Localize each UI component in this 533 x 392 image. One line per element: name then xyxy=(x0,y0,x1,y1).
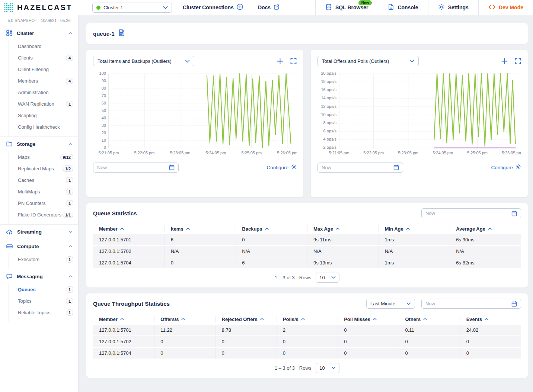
column-header-member[interactable]: Member xyxy=(93,316,154,322)
svg-text:16 ops/s: 16 ops/s xyxy=(321,87,336,92)
table-time-input[interactable]: Now xyxy=(421,208,521,218)
chart-time-input[interactable]: Now xyxy=(93,163,179,173)
sidebar-item-config-healthcheck[interactable]: Config Healthcheck xyxy=(9,121,78,133)
pagination: 1 – 3 of 3 Rows 10 xyxy=(93,269,521,286)
dev-mode-button[interactable]: Dev Mode xyxy=(478,0,533,15)
rows-per-page-select[interactable]: 10 xyxy=(316,273,339,283)
main-content: queue-1 Total Items and Backups (Outlier… xyxy=(79,15,533,392)
svg-text:100: 100 xyxy=(99,71,106,75)
hazelcast-logo-icon xyxy=(4,3,14,13)
gear-icon xyxy=(516,164,521,171)
column-header-backups[interactable]: Backups xyxy=(236,225,307,232)
column-header-min-age[interactable]: Min Age xyxy=(379,225,450,232)
table-cell: 0 xyxy=(338,336,399,347)
chart-time-value: Now xyxy=(97,165,107,170)
chat-icon xyxy=(6,274,12,279)
section-title: Queue Statistics xyxy=(93,210,137,216)
count-badge: 1/2 xyxy=(63,166,73,172)
column-header-label: Offers/s xyxy=(160,317,179,322)
sidebar-item-client-filtering[interactable]: Client Filtering xyxy=(9,64,78,75)
sidebar-item-pn-counters[interactable]: PN Counters1 xyxy=(9,197,78,209)
column-header-average-age[interactable]: Average Age xyxy=(450,225,521,232)
sidebar-section-header-cluster[interactable]: Cluster xyxy=(0,26,78,40)
chevron-up-icon xyxy=(68,143,73,145)
table-cell: 6s 90ms xyxy=(450,234,521,245)
column-header-max-age[interactable]: Max Age xyxy=(307,225,379,232)
column-header-events[interactable]: Events xyxy=(460,316,521,322)
configure-link[interactable]: Configure xyxy=(491,164,521,171)
table-cell: 127.0.0.1:5702 xyxy=(93,246,165,257)
table-time-input[interactable]: Now xyxy=(421,299,521,309)
sidebar-item-topics[interactable]: Topics1 xyxy=(9,295,78,307)
table-cell: 0 xyxy=(399,348,460,359)
document-icon[interactable] xyxy=(119,29,125,38)
metric-select[interactable]: Total Items and Backups (Outliers) xyxy=(93,56,194,66)
sidebar-section-header-streaming[interactable]: Streaming xyxy=(0,225,78,239)
sidebar-item-multimaps[interactable]: MultiMaps1 xyxy=(9,186,78,197)
settings-button[interactable]: Settings xyxy=(428,0,478,15)
table-cell: 6s 82ms xyxy=(450,257,521,268)
add-chart-icon[interactable] xyxy=(277,58,283,64)
sql-browser-button[interactable]: New SQL Browser xyxy=(315,0,378,15)
rows-label: Rows xyxy=(299,365,312,371)
cluster-select[interactable]: Cluster-1 xyxy=(92,3,172,13)
sidebar-item-label: Caches xyxy=(18,177,34,183)
sidebar-section-header-messaging[interactable]: Messaging xyxy=(0,269,78,283)
sidebar-item-label: PN Counters xyxy=(18,200,45,206)
configure-label: Configure xyxy=(266,165,288,170)
grid-icon xyxy=(6,30,12,36)
column-header-others[interactable]: Others xyxy=(399,316,460,322)
sidebar-item-clients[interactable]: Clients4 xyxy=(9,52,78,64)
count-badge: 1 xyxy=(66,189,73,195)
sidebar-item-queues[interactable]: Queues1 xyxy=(9,284,78,295)
sidebar-item-wan-replication[interactable]: WAN Replication1 xyxy=(9,98,78,110)
calendar-icon xyxy=(511,211,517,216)
column-header-poll-misses[interactable]: Poll Misses xyxy=(338,316,399,322)
column-header-rejected-offers[interactable]: Rejected Offers xyxy=(216,316,277,322)
sidebar-item-members[interactable]: Members4 xyxy=(9,75,78,87)
interval-select[interactable]: Last Minute xyxy=(366,299,415,309)
sidebar-item-caches[interactable]: Caches1 xyxy=(9,174,78,186)
section-label: Cluster xyxy=(17,30,34,36)
column-header-polls-s[interactable]: Polls/s xyxy=(277,316,338,322)
docs-link[interactable]: Docs xyxy=(258,4,280,11)
interval-select-value: Last Minute xyxy=(370,301,395,306)
svg-text:80: 80 xyxy=(102,86,106,90)
sidebar-item-label: Members xyxy=(18,78,38,84)
column-header-label: Events xyxy=(466,317,482,322)
rows-per-page-select[interactable]: 10 xyxy=(316,363,339,373)
svg-text:5:21:05 pm: 5:21:05 pm xyxy=(329,151,349,155)
console-button[interactable]: Console xyxy=(378,0,428,15)
sidebar-item-scripting[interactable]: Scripting xyxy=(9,110,78,121)
sidebar-section-header-compute[interactable]: Compute xyxy=(0,239,78,253)
count-badge: 1 xyxy=(66,309,73,316)
column-header-member[interactable]: Member xyxy=(93,225,165,232)
sidebar-item-replicated-maps[interactable]: Replicated Maps1/2 xyxy=(9,163,78,174)
sidebar-item-executors[interactable]: Executors1 xyxy=(9,254,78,265)
count-badge: 1/1 xyxy=(63,212,73,218)
table-cell: 0 xyxy=(277,348,338,359)
sidebar-section-header-storage[interactable]: Storage xyxy=(0,137,78,151)
metric-select[interactable]: Total Offers and Polls (Outliers) xyxy=(317,56,419,66)
configure-link[interactable]: Configure xyxy=(266,164,297,171)
column-header-items[interactable]: Items xyxy=(165,225,236,232)
configure-label: Configure xyxy=(491,165,513,170)
sidebar-section-compute: ComputeExecutors1 xyxy=(0,239,78,269)
cluster-connections-link[interactable]: Cluster Connections xyxy=(183,4,243,11)
fullscreen-icon[interactable] xyxy=(290,58,297,64)
svg-text:20: 20 xyxy=(102,131,106,135)
column-header-offers-s[interactable]: Offers/s xyxy=(154,316,215,322)
sidebar-item-reliable-topics[interactable]: Reliable Topics1 xyxy=(9,307,78,318)
sidebar-item-maps[interactable]: Maps9/12 xyxy=(9,151,78,163)
add-chart-icon[interactable] xyxy=(501,58,508,64)
sidebar-item-administration[interactable]: Administration xyxy=(9,87,78,98)
fullscreen-icon[interactable] xyxy=(515,58,521,64)
sidebar-item-label: Executors xyxy=(18,257,39,262)
svg-text:40: 40 xyxy=(102,116,106,120)
section-label: Messaging xyxy=(17,274,43,279)
chart-time-input[interactable]: Now xyxy=(317,163,403,173)
sidebar-item-flake-id-generators[interactable]: Flake ID Generators1/1 xyxy=(9,209,78,221)
sidebar-item-dashboard[interactable]: Dashboard xyxy=(9,41,78,52)
queue-throughput-table: MemberOffers/sRejected OffersPolls/sPoll… xyxy=(93,314,521,359)
sidebar-item-label: Clients xyxy=(18,55,33,61)
